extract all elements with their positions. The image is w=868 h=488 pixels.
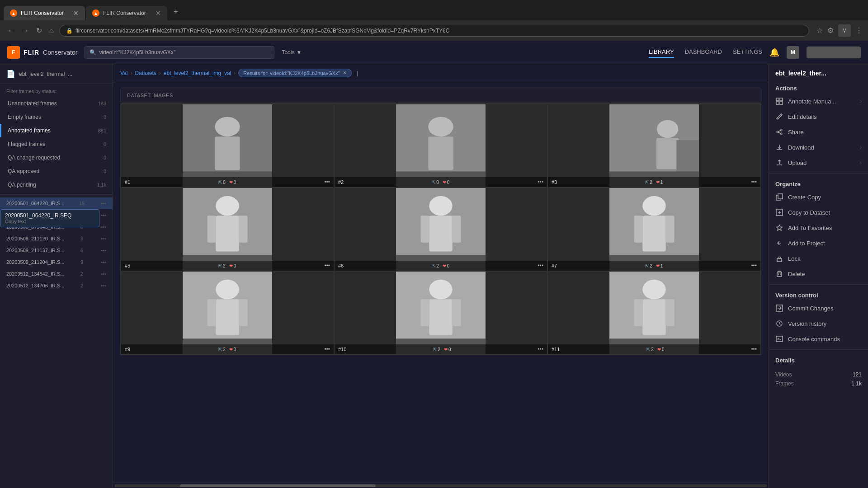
video-item-7[interactable]: 20200512_134706_IR.S... 2 ••• [0, 280, 113, 291]
back-button[interactable]: ← [5, 25, 16, 37]
header-search[interactable]: 🔍 videoId:"KJ2K4p5Lb3nuavGXx" [85, 46, 274, 59]
action-console[interactable]: Console commands [769, 331, 868, 347]
action-commit[interactable]: Commit Changes [769, 300, 868, 316]
action-download-arrow: › [860, 145, 862, 150]
tab-close-1[interactable]: ✕ [73, 9, 79, 17]
image-cell-9[interactable]: #10 ⇱ 2 ❤ 0 [334, 271, 547, 355]
image-cell-6[interactable]: #7 ⇱ 2 ❤ 1 [547, 188, 761, 271]
action-annotate[interactable]: Annotate Manua... › [769, 94, 868, 109]
filter-empty[interactable]: Empty frames 0 [0, 110, 113, 124]
nav-dashboard[interactable]: DASHBOARD [685, 47, 722, 58]
breadcrumb-datasets[interactable]: Datasets [135, 70, 156, 76]
breadcrumb-dataset-name[interactable]: ebt_level2_thermal_img_val [164, 70, 231, 76]
image-cell-1[interactable]: #2 ⇱ 0 ❤ 0 [334, 104, 547, 188]
image-more-10[interactable]: ••• [751, 346, 757, 352]
video-actions-1[interactable]: ••• [101, 212, 106, 218]
svg-rect-29 [634, 216, 643, 242]
action-share[interactable]: Share [769, 124, 868, 140]
url-input[interactable]: 🔒 flirconservator.com/datasets/HmRMc2sfm… [59, 25, 809, 37]
action-add-to-project-label: Add to Project [788, 240, 825, 247]
svg-point-10 [657, 120, 678, 138]
video-actions-0[interactable]: ••• [101, 201, 106, 206]
image-more-9[interactable]: ••• [538, 346, 543, 352]
action-lock[interactable]: Lock [769, 251, 868, 266]
image-more-4[interactable]: ••• [324, 263, 330, 269]
user-avatar[interactable]: M [787, 46, 799, 59]
action-copy-to-dataset[interactable]: Copy to Dataset [769, 205, 868, 220]
action-add-to-project[interactable]: Add to Project [769, 235, 868, 251]
nav-library[interactable]: LIBRARY [649, 47, 674, 58]
search-tag-close-icon[interactable]: ✕ [343, 70, 347, 76]
action-download[interactable]: Download › [769, 140, 868, 155]
action-add-to-favorites[interactable]: Add To Favorites [769, 220, 868, 235]
bookmark-button[interactable]: ☆ [816, 26, 823, 35]
forward-button[interactable]: → [20, 25, 31, 37]
svg-rect-61 [777, 272, 782, 277]
filter-annotated[interactable]: Annotated frames 881 [0, 124, 113, 137]
delete-icon [775, 270, 783, 278]
menu-button[interactable]: ⋮ [855, 26, 863, 35]
tooltip-action[interactable]: Copy text [5, 219, 94, 224]
notification-button[interactable]: 🔔 [769, 47, 779, 57]
video-item-5[interactable]: 20200509_211204_IR.S... 9 ••• [0, 256, 113, 268]
svg-rect-46 [642, 299, 665, 335]
action-edit[interactable]: Edit details [769, 109, 868, 124]
video-actions-3[interactable]: ••• [101, 236, 106, 241]
video-actions-2[interactable]: ••• [101, 224, 106, 230]
profile-button[interactable]: M [838, 24, 851, 37]
svg-point-39 [429, 280, 452, 300]
image-more-1[interactable]: ••• [538, 179, 543, 185]
tab-1[interactable]: ▲ FLIR Conservator ✕ [4, 6, 85, 20]
tab-close-2[interactable]: ✕ [156, 9, 161, 17]
filter-flagged[interactable]: Flagged frames 0 [0, 137, 113, 151]
video-actions-6[interactable]: ••• [101, 271, 106, 277]
image-more-6[interactable]: ••• [751, 263, 757, 269]
action-create-copy[interactable]: Create Copy [769, 189, 868, 205]
image-overlay-6: #7 ⇱ 2 ❤ 1 [548, 261, 760, 271]
image-cell-8[interactable]: #9 ⇱ 2 ❤ 0 [121, 271, 334, 355]
action-version-history[interactable]: Version history [769, 316, 868, 331]
image-grid-wrapper[interactable]: #1 ⇱ 0 ❤ 0 [113, 103, 769, 483]
image-cell-4[interactable]: #5 ⇱ 2 ❤ 0 [121, 188, 334, 271]
image-cell-2[interactable]: #3 ⇱ 2 ❤ 1 [547, 104, 761, 188]
new-tab-button[interactable]: + [168, 4, 184, 20]
video-item-4[interactable]: 20200509_211137_IR.S... 6 ••• [0, 244, 113, 256]
video-item-3[interactable]: 20200509_211120_IR.S... 3 ••• [0, 233, 113, 244]
video-actions-4[interactable]: ••• [101, 248, 106, 253]
video-count-5: 9 [80, 259, 83, 265]
image-more-5[interactable]: ••• [538, 263, 543, 269]
svg-rect-17 [207, 216, 216, 242]
extensions-button[interactable]: ⚙ [827, 26, 834, 35]
action-upload[interactable]: Upload › [769, 155, 868, 170]
reload-button[interactable]: ↻ [34, 24, 44, 37]
details-frames-row: Frames 1.1k [775, 379, 862, 388]
share-icon [775, 128, 783, 136]
image-more-0[interactable]: ••• [324, 179, 330, 185]
video-item-0[interactable]: 20200501_064220_IR.S... 15 ••• [0, 197, 113, 209]
image-cell-10[interactable]: #11 ⇱ 2 ❤ 0 [547, 271, 761, 355]
filter-empty-label: Empty frames [8, 114, 41, 120]
upload-icon [775, 159, 783, 167]
search-filter-tag[interactable]: Results for: videoId:"KJ2K4p5Lb3nuavGXx"… [238, 69, 351, 77]
image-cell-0[interactable]: #1 ⇱ 0 ❤ 0 [121, 104, 334, 188]
video-actions-5[interactable]: ••• [101, 259, 106, 265]
video-actions-7[interactable]: ••• [101, 283, 106, 288]
action-delete[interactable]: Delete [769, 266, 868, 282]
nav-settings[interactable]: SETTINGS [733, 47, 762, 58]
tab-2[interactable]: ▲ FLIR Conservator ✕ [86, 6, 167, 20]
filter-qa-pending[interactable]: QA pending 1.1k [0, 178, 113, 192]
image-cell-5[interactable]: #6 ⇱ 2 ❤ 0 [334, 188, 547, 271]
scroll-thumb[interactable] [180, 484, 376, 487]
tools-button[interactable]: Tools ▼ [282, 49, 302, 56]
image-more-2[interactable]: ••• [751, 179, 757, 185]
filter-unannotated[interactable]: Unannotated frames 183 [0, 97, 113, 110]
svg-rect-51 [780, 98, 783, 101]
image-more-8[interactable]: ••• [324, 346, 330, 352]
bottom-scrollbar[interactable] [113, 483, 769, 488]
filter-qa-change[interactable]: QA change requested 0 [0, 151, 113, 164]
details-section-label: Details [769, 352, 868, 366]
filter-qa-approved[interactable]: QA approved 0 [0, 164, 113, 178]
home-button[interactable]: ⌂ [47, 25, 56, 37]
breadcrumb-val[interactable]: Val [120, 70, 127, 76]
video-item-6[interactable]: 20200512_134542_IR.S... 2 ••• [0, 268, 113, 280]
